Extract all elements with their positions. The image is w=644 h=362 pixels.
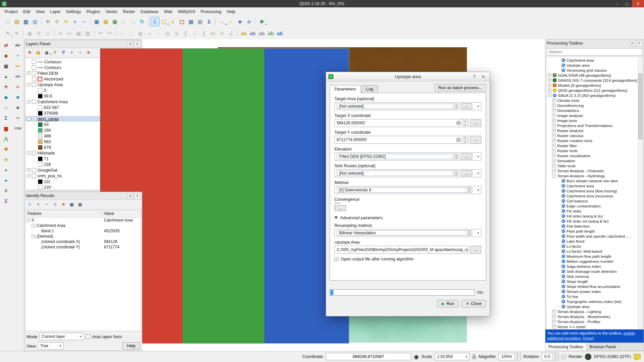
- expander-icon[interactable]: [552, 174, 556, 178]
- expand-results-icon[interactable]: +: [35, 201, 42, 208]
- browse-button[interactable]: [470, 136, 481, 144]
- magnifier-spinner[interactable]: 100%: [498, 353, 521, 360]
- layer-label[interactable]: Vectorized: [44, 77, 63, 81]
- toolbox-item-label[interactable]: Image analysis: [557, 114, 583, 118]
- parameter-input[interactable]: [0] Deterministic 8: [337, 187, 472, 193]
- toolbox-item[interactable]: Vector general tools: [546, 329, 643, 329]
- result-row[interactable]: Band 1 4523335: [25, 228, 141, 234]
- toolbox-item-label[interactable]: Slope limited flow accumulation: [567, 285, 620, 289]
- toolbox-item[interactable]: GRASS GIS 7 commands [314 geoalgorithms]: [546, 78, 643, 83]
- collapse-results-icon[interactable]: −: [43, 201, 50, 208]
- toolbox-item[interactable]: Sink drainage route detection: [546, 269, 643, 274]
- coordinate-input[interactable]: [326, 353, 411, 360]
- output-path-input[interactable]: C:/000_myFiles/GISBin/myGIS/myProjectsGI…: [334, 246, 468, 254]
- toolbox-item[interactable]: Catchment area (flow tracing): [546, 188, 643, 193]
- toolbox-item[interactable]: Catchment area (recursive): [546, 193, 643, 198]
- split-features-icon[interactable]: /: [190, 29, 199, 38]
- expander-icon[interactable]: [27, 174, 31, 178]
- toolbox-item-label[interactable]: Catchment area: [567, 184, 594, 188]
- expand-all-icon[interactable]: +: [68, 49, 75, 56]
- current-edits-icon[interactable]: ✎: [3, 29, 12, 38]
- browse-button[interactable]: [461, 103, 472, 109]
- menu-item[interactable]: Processing: [198, 8, 224, 15]
- layer-row[interactable]: srtm_poa_hs: [25, 173, 141, 179]
- toolbox-item[interactable]: Catchment area: [546, 183, 643, 188]
- expander-icon[interactable]: [552, 325, 556, 328]
- expander-icon[interactable]: [552, 154, 556, 158]
- layer-label[interactable]: 235: [44, 162, 51, 167]
- move-feature-icon[interactable]: ✛: [34, 29, 43, 38]
- toolbox-item-label[interactable]: Sink drainage route detection: [567, 269, 617, 274]
- mouse-position-icon[interactable]: [414, 354, 419, 360]
- layer-label[interactable]: dem_caraa: [38, 117, 59, 121]
- mode-combo[interactable]: Current layer: [40, 333, 84, 340]
- add-part-icon[interactable]: ◍: [136, 29, 145, 38]
- batch-process-button[interactable]: Run as batch process...: [435, 84, 486, 92]
- toolbox-item[interactable]: Slope length: [546, 279, 643, 284]
- label-pin-icon[interactable]: ab: [248, 29, 257, 38]
- resampling-combo[interactable]: Bilinear Interpolation: [337, 230, 472, 236]
- toolbox-item-label[interactable]: Terrain Analysis - Profiles: [557, 320, 600, 324]
- polygon-icon[interactable]: ◆: [2, 94, 10, 101]
- toolbox-item-label[interactable]: Flow width and specific catchment ...: [567, 234, 629, 238]
- spin-buttons[interactable]: [462, 119, 468, 127]
- spin-buttons[interactable]: [552, 353, 558, 360]
- toolbox-item[interactable]: Raster creation tools: [546, 138, 643, 143]
- scatter-icon[interactable]: ∴: [2, 104, 10, 111]
- expander-icon[interactable]: [548, 88, 551, 92]
- toolbox-item[interactable]: Simulation: [546, 158, 643, 163]
- layer-label[interactable]: Catchment Area: [38, 100, 68, 104]
- refresh-icon[interactable]: ↻: [138, 17, 147, 26]
- feature-column-header[interactable]: Feature: [25, 210, 102, 217]
- layer-label[interactable]: 111: [44, 179, 50, 184]
- layer-grid-icon[interactable]: ▦: [13, 94, 22, 101]
- toolbox-item[interactable]: Topographic wetness index (twi): [546, 299, 643, 304]
- expander-icon[interactable]: [27, 151, 31, 155]
- toolbox-item[interactable]: Raster calculus: [546, 133, 643, 138]
- remove-layer-icon[interactable]: ✕: [85, 49, 92, 56]
- toolbox-item-label[interactable]: Terrain Analysis - Channels: [557, 169, 604, 173]
- chart-icon[interactable]: ▆: [2, 125, 10, 132]
- layer-checkbox[interactable]: [32, 168, 36, 172]
- toolbox-item-label[interactable]: Raster calculus: [557, 134, 584, 138]
- toolbox-item[interactable]: Ls factor: [546, 244, 643, 249]
- dock-tab[interactable]: Browser Panel: [587, 343, 619, 351]
- toolbox-item[interactable]: Fill sinks (wang & liu): [546, 214, 643, 219]
- browse-button[interactable]: [470, 119, 481, 127]
- zoom-last-icon[interactable]: ←: [119, 17, 128, 26]
- layer-label[interactable]: 486: [44, 134, 51, 138]
- render-checkbox[interactable]: [561, 355, 566, 359]
- auto-open-checkbox[interactable]: [86, 335, 90, 339]
- collapse-all-icon[interactable]: −: [76, 49, 84, 56]
- expander-icon[interactable]: [27, 100, 31, 104]
- toolbox-item[interactable]: Catchment area: [546, 58, 643, 63]
- toolbox-item-label[interactable]: GRASS GIS 7 commands [314 geoalgorithms]: [558, 78, 637, 82]
- toolbox-item-label[interactable]: Image tools: [557, 119, 577, 123]
- toolbox-item[interactable]: Raster filter: [546, 143, 643, 148]
- toolbox-item[interactable]: Slope limited flow accumulation: [546, 284, 643, 289]
- toolbox-item-label[interactable]: Sink removal: [567, 275, 589, 279]
- expander-icon[interactable]: [552, 149, 556, 153]
- dialog-help-button[interactable]: [470, 73, 478, 80]
- toolbox-item-label[interactable]: Projections and Transformations: [557, 124, 612, 128]
- toolbox-item-label[interactable]: Cell balance: [567, 199, 588, 203]
- select-expression-icon[interactable]: ε: [168, 17, 177, 26]
- layer-checkbox[interactable]: [32, 82, 36, 87]
- layer-checkbox[interactable]: [32, 117, 36, 121]
- toolbar-icon[interactable]: [235, 29, 239, 38]
- globe-blue-icon[interactable]: ●: [2, 177, 10, 184]
- toolbox-item-label[interactable]: QGIS geoalgorithms [111 geoalgorithms]: [558, 88, 627, 93]
- measure-icon[interactable]: ↔: [217, 17, 226, 26]
- label-globe-icon[interactable]: ●: [13, 52, 22, 59]
- browse-button[interactable]: [470, 246, 481, 254]
- split-parts-icon[interactable]: ∥: [199, 29, 208, 38]
- menu-item[interactable]: Layer: [47, 8, 63, 15]
- toolbox-item[interactable]: Melton ruggedness number: [546, 259, 643, 264]
- toolbox-item[interactable]: QGIS geoalgorithms [111 geoalgorithms]: [546, 88, 643, 93]
- expander-icon[interactable]: [552, 134, 556, 137]
- layer-label[interactable]: Contours: [44, 65, 61, 70]
- help-button[interactable]: Help: [122, 342, 140, 350]
- toolbar-icon[interactable]: [147, 17, 150, 26]
- expander-icon[interactable]: [552, 119, 556, 122]
- toolbar-icon[interactable]: [40, 17, 43, 26]
